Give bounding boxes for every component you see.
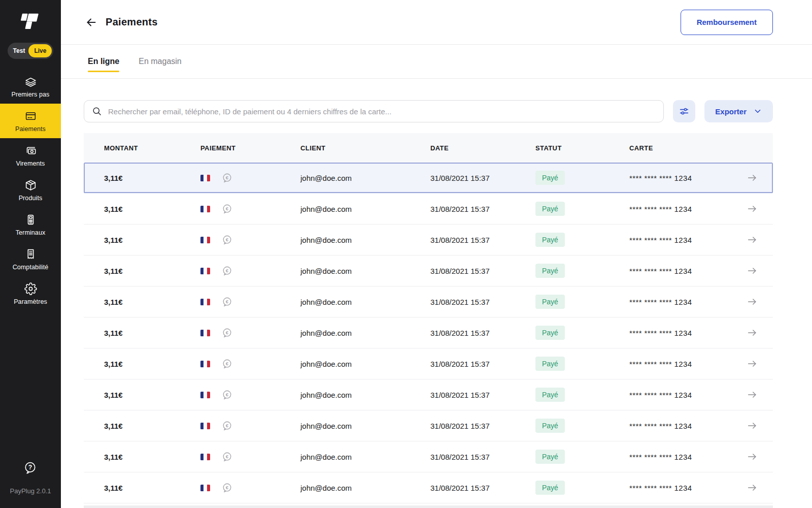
cell-client: john@doe.com: [300, 236, 430, 244]
table-row[interactable]: 3,11€€john@doe.com31/08/2021 15:37Payé**…: [84, 194, 773, 225]
toggle-test-label[interactable]: Test: [10, 47, 29, 54]
cell-date: 31/08/2021 15:37: [430, 360, 535, 368]
sidebar-item-premiers-pas[interactable]: Premiers pas: [0, 69, 61, 104]
cell-statut: Payé: [535, 171, 629, 185]
table-row[interactable]: 3,11€€john@doe.com31/08/2021 15:37Payé**…: [84, 472, 773, 503]
cell-montant: 3,11€: [104, 236, 200, 244]
sidebar-item-comptabilite[interactable]: Comptabilité: [0, 242, 61, 276]
cell-date: 31/08/2021 15:37: [430, 453, 535, 461]
table-row[interactable]: 3,11€€john@doe.com31/08/2021 15:37Payé**…: [84, 287, 773, 318]
euro-currency-icon: €: [221, 234, 233, 246]
row-arrow-icon[interactable]: [746, 296, 759, 307]
status-badge: Payé: [535, 326, 565, 340]
svg-text:€: €: [226, 391, 229, 397]
cell-paiement: €: [200, 327, 300, 339]
cell-carte: **** **** **** 1234: [629, 174, 743, 182]
refund-button[interactable]: Remboursement: [681, 10, 773, 35]
search-input[interactable]: [108, 107, 656, 116]
content-area: Exporter MONTANTPAIEMENTCLIENTDATESTATUT…: [61, 79, 812, 508]
column-header-date: DATE: [430, 144, 535, 152]
svg-text:€: €: [226, 360, 229, 366]
tab-en-ligne[interactable]: En ligne: [88, 57, 119, 66]
filter-button[interactable]: [673, 100, 695, 122]
row-arrow-icon[interactable]: [746, 358, 759, 369]
column-header-montant: MONTANT: [104, 144, 200, 152]
france-flag-icon: [200, 268, 210, 274]
cell-paiement: €: [200, 234, 300, 246]
cell-statut: Payé: [535, 326, 629, 340]
row-arrow-icon[interactable]: [746, 451, 759, 462]
row-arrow-icon[interactable]: [746, 265, 759, 276]
sidebar: Test Live Premiers pasPaiementsVirements…: [0, 0, 61, 508]
sidebar-item-virements[interactable]: Virements: [0, 138, 61, 173]
sidebar-item-produits[interactable]: Produits: [0, 173, 61, 207]
cell-date: 31/08/2021 15:37: [430, 329, 535, 337]
cell-carte: **** **** **** 1234: [629, 205, 743, 213]
france-flag-icon: [200, 392, 210, 398]
row-arrow-icon[interactable]: [746, 420, 759, 431]
cell-montant: 3,11€: [104, 360, 200, 368]
row-arrow-icon[interactable]: [746, 203, 759, 214]
cell-paiement: €: [200, 296, 300, 308]
cell-statut: Payé: [535, 264, 629, 278]
cell-client: john@doe.com: [300, 298, 430, 306]
cell-carte: **** **** **** 1234: [629, 236, 743, 244]
row-arrow-icon[interactable]: [746, 172, 759, 183]
payments-table: MONTANTPAIEMENTCLIENTDATESTATUTCARTE 3,1…: [84, 133, 773, 503]
help-icon[interactable]: ?: [23, 461, 37, 476]
svg-text:€: €: [226, 174, 229, 180]
cell-carte: **** **** **** 1234: [629, 329, 743, 337]
cell-paiement: €: [200, 203, 300, 215]
row-arrow-icon[interactable]: [746, 234, 759, 245]
payplug-logo-icon: [17, 7, 44, 37]
toggle-live-label[interactable]: Live: [28, 44, 52, 57]
table-row[interactable]: 3,11€€john@doe.com31/08/2021 15:37Payé**…: [84, 256, 773, 287]
column-header-carte: CARTE: [629, 144, 743, 152]
toolbar: Exporter: [84, 100, 773, 122]
main-panel: Paiements Remboursement En ligneEn magas…: [61, 0, 812, 508]
table-row[interactable]: 3,11€€john@doe.com31/08/2021 15:37Payé**…: [84, 379, 773, 410]
cell-paiement: €: [200, 358, 300, 370]
table-row[interactable]: 3,11€€john@doe.com31/08/2021 15:37Payé**…: [84, 225, 773, 256]
row-arrow-icon[interactable]: [746, 327, 759, 338]
terminal-icon: [24, 213, 37, 226]
row-arrow-icon[interactable]: [746, 389, 759, 400]
table-row[interactable]: 3,11€€john@doe.com31/08/2021 15:37Payé**…: [84, 441, 773, 472]
table-row[interactable]: 3,11€€john@doe.com31/08/2021 15:37Payé**…: [84, 163, 773, 194]
table-row[interactable]: 3,11€€john@doe.com31/08/2021 15:37Payé**…: [84, 318, 773, 348]
cell-date: 31/08/2021 15:37: [430, 298, 535, 306]
cell-statut: Payé: [535, 357, 629, 371]
row-arrow-icon[interactable]: [746, 482, 759, 493]
table-body: 3,11€€john@doe.com31/08/2021 15:37Payé**…: [84, 163, 773, 503]
cell-date: 31/08/2021 15:37: [430, 484, 535, 492]
svg-text:€: €: [226, 298, 229, 304]
sidebar-item-label: Virements: [16, 160, 45, 167]
app-version: PayPlug 2.0.1: [10, 487, 51, 495]
test-live-toggle[interactable]: Test Live: [8, 43, 54, 59]
table-row[interactable]: 3,11€€john@doe.com31/08/2021 15:37Payé**…: [84, 410, 773, 441]
cell-statut: Payé: [535, 481, 629, 495]
status-badge: Payé: [535, 264, 565, 278]
sidebar-item-parametres[interactable]: Paramètres: [0, 276, 61, 311]
search-box[interactable]: [84, 100, 664, 122]
cell-date: 31/08/2021 15:37: [430, 205, 535, 213]
bottom-strip: [84, 505, 773, 508]
sidebar-item-paiements[interactable]: Paiements: [0, 104, 61, 138]
table-row[interactable]: 3,11€€john@doe.com31/08/2021 15:37Payé**…: [84, 348, 773, 379]
france-flag-icon: [200, 423, 210, 429]
cell-paiement: €: [200, 265, 300, 277]
cell-statut: Payé: [535, 233, 629, 247]
euro-currency-icon: €: [221, 265, 233, 277]
cell-montant: 3,11€: [104, 391, 200, 399]
back-button[interactable]: [84, 16, 98, 28]
france-flag-icon: [200, 485, 210, 491]
cell-date: 31/08/2021 15:37: [430, 267, 535, 275]
export-button[interactable]: Exporter: [704, 100, 773, 122]
tab-en-magasin[interactable]: En magasin: [139, 57, 182, 66]
column-header-client: CLIENT: [300, 144, 430, 152]
sidebar-item-terminaux[interactable]: Terminaux: [0, 207, 61, 242]
export-label: Exporter: [715, 107, 747, 116]
cell-paiement: €: [200, 451, 300, 463]
cell-montant: 3,11€: [104, 422, 200, 430]
status-badge: Payé: [535, 202, 565, 216]
